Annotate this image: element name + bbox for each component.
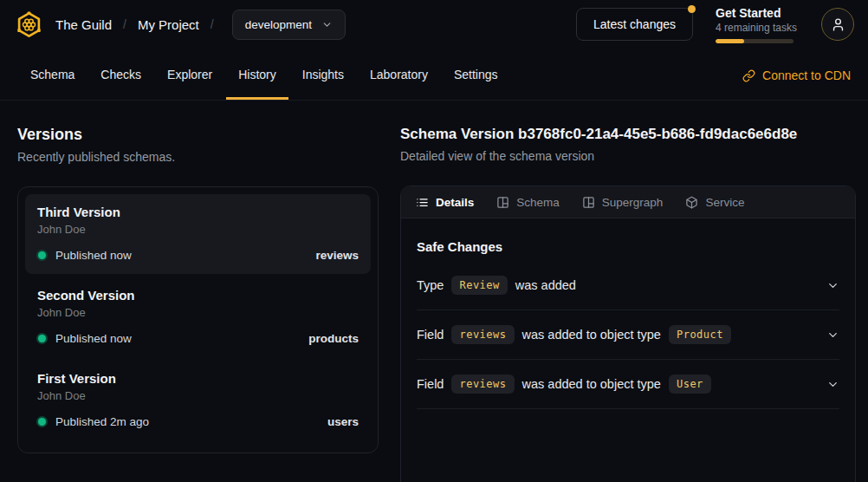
- published-label: Published now: [55, 332, 132, 345]
- change-prefix: Type: [417, 278, 444, 292]
- service-name: products: [308, 332, 359, 345]
- version-meta: Published 2m ago users: [37, 415, 359, 428]
- breadcrumb-separator: /: [123, 17, 126, 31]
- change-row[interactable]: Field reviews was added to object type U…: [417, 360, 839, 409]
- hive-logo-icon[interactable]: [15, 10, 43, 39]
- tab-details[interactable]: Details: [416, 196, 474, 209]
- connect-to-cdn-link[interactable]: Connect to CDN: [742, 49, 851, 100]
- change-code: reviews: [451, 375, 514, 394]
- tab-laboratory[interactable]: Laboratory: [358, 49, 440, 100]
- progress-track: [716, 39, 794, 43]
- breadcrumb-org[interactable]: The Guild: [55, 17, 112, 32]
- version-item[interactable]: Second Version John Doe Published now pr…: [25, 277, 371, 357]
- tab-label: Service: [705, 196, 744, 209]
- version-name: Third Version: [37, 205, 359, 219]
- versions-title: Versions: [17, 126, 379, 144]
- change-middle: was added: [515, 278, 576, 292]
- main-nav: Schema Checks Explorer History Insights …: [0, 49, 868, 101]
- status-dot-icon: [38, 335, 46, 342]
- versions-list: Third Version John Doe Published now rev…: [17, 186, 379, 453]
- list-icon: [416, 196, 429, 209]
- version-author: John Doe: [37, 306, 359, 319]
- tab-history[interactable]: History: [226, 49, 288, 100]
- change-middle: was added to object type: [522, 377, 661, 391]
- tab-service[interactable]: Service: [685, 196, 744, 209]
- user-icon: [831, 17, 845, 32]
- tab-label: Supergraph: [602, 196, 664, 209]
- target-dropdown-value: development: [245, 18, 312, 31]
- tab-schema-view[interactable]: Schema: [496, 196, 560, 209]
- published-label: Published 2m ago: [55, 415, 149, 428]
- schema-version-card: Details Schema Supergraph: [400, 186, 856, 482]
- detail-tabstrip: Details Schema Supergraph: [401, 186, 855, 218]
- status-dot-icon: [38, 418, 46, 426]
- change-middle: was added to object type: [522, 328, 661, 342]
- version-item[interactable]: Third Version John Doe Published now rev…: [25, 194, 371, 274]
- tab-label: Schema: [516, 196, 560, 209]
- connect-to-cdn-label: Connect to CDN: [762, 68, 851, 82]
- change-code: reviews: [451, 325, 514, 344]
- status-dot-icon: [38, 251, 46, 259]
- get-started-subtitle: 4 remaining tasks: [716, 22, 799, 34]
- target-dropdown[interactable]: development: [232, 10, 346, 40]
- service-name: users: [327, 415, 359, 428]
- change-code: Product: [669, 325, 731, 344]
- versions-subtitle: Recently published schemas.: [17, 150, 379, 164]
- avatar-button[interactable]: [821, 8, 854, 41]
- latest-changes-label: Latest changes: [593, 17, 676, 31]
- tab-explorer[interactable]: Explorer: [155, 49, 224, 100]
- top-bar: The Guild / My Project / development Lat…: [0, 0, 868, 49]
- version-name: Second Version: [37, 288, 359, 303]
- topbar-right: Latest changes Get Started 4 remaining t…: [576, 6, 854, 43]
- chevron-down-icon: [321, 19, 333, 30]
- progress-fill: [716, 39, 744, 43]
- safe-changes-title: Safe Changes: [417, 239, 839, 254]
- get-started-widget[interactable]: Get Started 4 remaining tasks: [716, 6, 799, 43]
- tab-schema[interactable]: Schema: [18, 49, 87, 100]
- link-icon: [742, 69, 755, 82]
- schema-version-panel: Schema Version b3768fc0-21a4-45e5-b686-f…: [400, 126, 856, 482]
- chevron-down-icon[interactable]: [826, 279, 839, 292]
- get-started-title: Get Started: [716, 6, 799, 20]
- version-item[interactable]: First Version John Doe Published 2m ago …: [25, 361, 371, 440]
- tab-checks[interactable]: Checks: [88, 49, 153, 100]
- breadcrumb-project[interactable]: My Project: [138, 17, 199, 32]
- change-prefix: Field: [417, 377, 444, 391]
- latest-changes-button[interactable]: Latest changes: [576, 8, 693, 41]
- changes-body: Safe Changes Type Review was added Field…: [401, 218, 855, 409]
- cube-icon: [685, 196, 698, 209]
- notification-dot: [688, 5, 696, 13]
- change-code: Review: [451, 276, 507, 295]
- tab-label: Details: [436, 196, 474, 209]
- version-author: John Doe: [37, 223, 359, 236]
- change-prefix: Field: [417, 328, 444, 342]
- service-name: reviews: [315, 249, 359, 262]
- versions-panel: Versions Recently published schemas. Thi…: [17, 126, 379, 482]
- chevron-down-icon[interactable]: [826, 329, 839, 342]
- schema-version-title: Schema Version b3768fc0-21a4-45e5-b686-f…: [400, 126, 856, 143]
- version-author: John Doe: [37, 389, 359, 402]
- schema-version-subtitle: Detailed view of the schema version: [400, 149, 856, 163]
- published-label: Published now: [55, 249, 132, 262]
- version-meta: Published now products: [37, 332, 359, 345]
- version-meta: Published now reviews: [37, 249, 359, 262]
- tab-settings[interactable]: Settings: [442, 49, 510, 100]
- main-content: Versions Recently published schemas. Thi…: [0, 101, 868, 482]
- tab-supergraph[interactable]: Supergraph: [582, 196, 664, 209]
- panels-icon: [582, 196, 595, 209]
- version-name: First Version: [37, 371, 359, 386]
- breadcrumb-separator: /: [211, 17, 214, 31]
- change-code: User: [669, 375, 711, 394]
- change-row[interactable]: Field reviews was added to object type P…: [417, 310, 839, 360]
- breadcrumb: The Guild / My Project / development: [55, 10, 346, 40]
- tab-insights[interactable]: Insights: [290, 49, 356, 100]
- change-row[interactable]: Type Review was added: [417, 261, 839, 310]
- chevron-down-icon[interactable]: [826, 378, 839, 391]
- panels-icon: [496, 196, 509, 209]
